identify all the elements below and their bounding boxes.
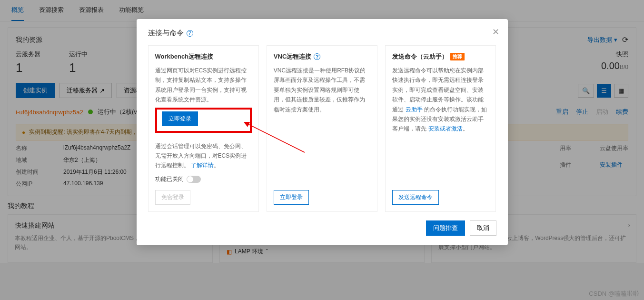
feature-closed-label: 功能已关闭 bbox=[155, 175, 184, 183]
workbench-title: Workbench远程连接 bbox=[155, 52, 252, 61]
watermark: CSDN @嗑嗑啦啦 bbox=[589, 290, 639, 298]
highlight-box: 立即登录 bbox=[155, 108, 252, 133]
learn-more-link[interactable]: 了解详情 bbox=[191, 162, 214, 169]
cancel-button[interactable]: 取消 bbox=[470, 220, 496, 236]
cloud-helper-link[interactable]: 云助手 bbox=[406, 106, 423, 113]
cmd-title: 发送命令（云助手） 推荐 bbox=[392, 52, 489, 61]
workbench-login-button[interactable]: 立即登录 bbox=[162, 111, 198, 126]
close-icon[interactable]: ✕ bbox=[492, 27, 499, 37]
help-icon[interactable]: ? bbox=[314, 53, 320, 60]
noauth-login-button: 免密登录 bbox=[155, 190, 190, 205]
vnc-desc: VNC远程连接是一种使用RFB协议的屏幕画面分享及远程操作工具，不需要单独为实例… bbox=[274, 66, 370, 114]
connect-modal: 连接与命令 ? ✕ Workbench远程连接 通过网页可以对ECS实例进行远程… bbox=[137, 19, 508, 245]
vnc-title: VNC远程连接 ? bbox=[274, 52, 370, 61]
modal-title: 连接与命令 ? bbox=[148, 29, 496, 38]
panel-workbench: Workbench远程连接 通过网页可以对ECS实例进行远程控制，支持复制粘贴文… bbox=[148, 45, 259, 212]
troubleshoot-button[interactable]: 问题排查 bbox=[426, 220, 465, 236]
activate-link[interactable]: 安装或者激活 bbox=[428, 125, 463, 132]
vnc-login-button[interactable]: 立即登录 bbox=[274, 190, 309, 205]
help-icon[interactable]: ? bbox=[187, 30, 193, 37]
workbench-desc: 通过网页可以对ECS实例进行远程控制，支持复制粘贴文本，支持多操作系统用户登录同… bbox=[155, 66, 252, 105]
session-toggle[interactable] bbox=[187, 176, 201, 183]
recommended-badge: 推荐 bbox=[450, 53, 465, 60]
send-command-button[interactable]: 发送远程命令 bbox=[392, 190, 439, 205]
panel-vnc: VNC远程连接 ? VNC远程连接是一种使用RFB协议的屏幕画面分享及远程操作工… bbox=[267, 45, 377, 212]
panel-cloud-assistant: 发送命令（云助手） 推荐 发送远程命令可以帮助您在实例内部快速执行命令，即无需远… bbox=[385, 45, 496, 212]
cmd-desc: 发送远程命令可以帮助您在实例内部快速执行命令，即无需远程连接登录实例，即可完成查… bbox=[392, 66, 489, 134]
